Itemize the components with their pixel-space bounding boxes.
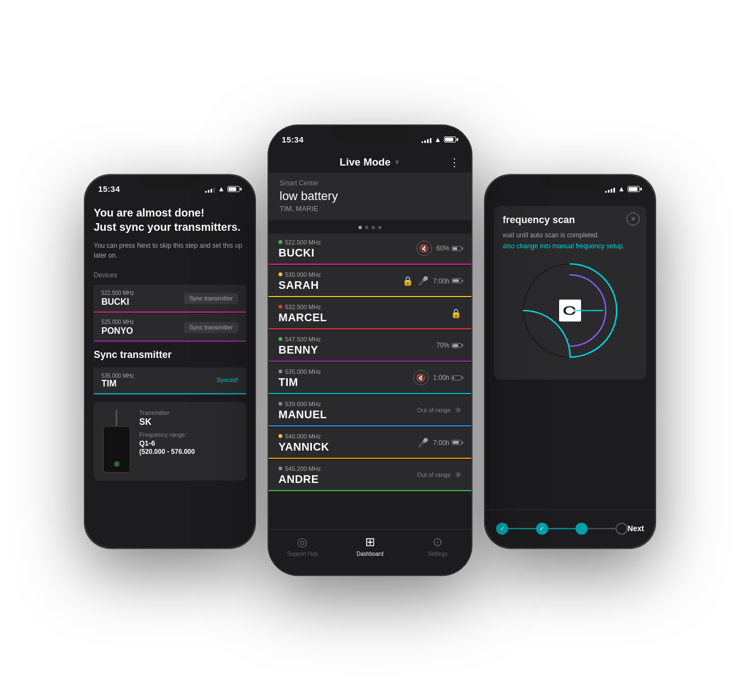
menu-icon[interactable]: ⋮: [449, 156, 460, 169]
status-marcel: 🔒: [451, 308, 462, 318]
channel-tim[interactable]: 535.000 MHz TIM 🔇 1:00h: [269, 363, 471, 394]
freq-manuel: 539.600 MHz: [285, 401, 321, 407]
signal-icon-center: [422, 136, 431, 143]
onboarding-screen: You are almost done!Just sync your trans…: [85, 197, 255, 548]
phone-left: 15:34 ▲: [85, 175, 255, 548]
step-3: [576, 522, 588, 534]
oor-label-manuel: Out of range: [417, 407, 451, 413]
bluetooth-icon-manuel: ✱: [455, 406, 462, 414]
live-mode-title: Live Mode: [340, 156, 391, 168]
onboarding-title: You are almost done!Just sync your trans…: [94, 206, 246, 234]
step-4: [616, 522, 628, 534]
time-center: 15:34: [282, 135, 304, 144]
frequency-scan-screen: × frequency scan wait until auto scan is…: [485, 197, 655, 548]
bluetooth-icon-andre: ✱: [455, 470, 462, 479]
support-hub-icon: ◎: [297, 535, 308, 549]
dropdown-icon[interactable]: ▼: [394, 158, 401, 166]
status-dot-andre: [278, 466, 282, 470]
freq-marcel: 532.500 MHz: [285, 304, 321, 310]
status-dot-yannick: [278, 434, 282, 438]
scan-description: wait until auto scan is completed.: [503, 230, 637, 240]
channel-list: 522.500 MHz BUCKI 🔇 60%: [269, 234, 471, 492]
status-dot-bucki: [278, 240, 282, 244]
status-dot-marcel: [278, 305, 282, 309]
mute-icon-yannick: 🎤: [418, 437, 429, 448]
tab-support-hub[interactable]: ◎ Support Hub: [269, 535, 336, 557]
status-andre: Out of range ✱: [417, 470, 462, 479]
notch-center: [332, 126, 408, 141]
transmitter-image: [101, 409, 132, 473]
support-hub-label: Support Hub: [287, 551, 318, 557]
channel-sarah[interactable]: 530.000 MHz SARAH 🔒 🎤 7:00h: [269, 266, 471, 297]
channel-bucki[interactable]: 522.500 MHz BUCKI 🔇 60%: [269, 234, 471, 265]
device-name-ponyo: PONYO: [101, 326, 134, 336]
freq-bucki: 522.500 MHz: [285, 239, 321, 246]
mute-icon-bucki: 🔇: [417, 241, 432, 256]
freq-yannick: 540.000 MHz: [285, 433, 321, 440]
wifi-icon-left: ▲: [218, 185, 225, 193]
scan-line: [515, 255, 625, 365]
scan-visual: [521, 261, 619, 360]
channel-manuel[interactable]: 539.600 MHz MANUEL Out of range ✱: [269, 395, 471, 426]
device-row-bucki: 522.500 MHz BUCKI Sync transmitter: [94, 284, 246, 312]
battery-icon-center: [444, 136, 458, 143]
lock-icon-marcel: 🔒: [451, 308, 462, 318]
wifi-icon-center: ▲: [434, 135, 441, 144]
live-mode-header: Live Mode ▼ ⋮: [269, 150, 471, 173]
devices-section-label: Devices: [94, 271, 246, 279]
tab-dashboard[interactable]: ⊞ Dashboard: [336, 535, 403, 557]
live-mode-screen: Live Mode ▼ ⋮ Smart Center low battery T…: [269, 150, 471, 575]
oor-label-andre: Out of range: [417, 471, 451, 478]
step-1: [496, 522, 508, 534]
lock-icon-sarah: 🔒: [402, 276, 413, 286]
channel-yannick[interactable]: 540.000 MHz YANNICK 🎤 7:00h: [269, 428, 471, 459]
manual-setup-link[interactable]: also change into manual frequency setup.: [503, 242, 637, 250]
status-dot-benny: [278, 337, 282, 341]
notch-left: [140, 175, 200, 188]
mute-icon-tim: 🔇: [413, 370, 429, 385]
sync-btn-bucki[interactable]: Sync transmitter: [184, 293, 238, 304]
sync-done-label: Synced!: [217, 377, 238, 383]
status-dot-sarah: [278, 272, 282, 276]
tx-model: SK: [139, 417, 195, 427]
settings-label: Settings: [428, 551, 447, 557]
device-freq-bucki: 522.500 MHz: [101, 290, 134, 296]
phone-center: 15:34 ▲: [269, 126, 471, 575]
next-button[interactable]: Next: [628, 524, 644, 533]
freq-benny: 547.500 MHz: [285, 336, 321, 343]
signal-icon-left: [205, 186, 215, 192]
sync-btn-ponyo[interactable]: Sync transmitter: [184, 322, 238, 333]
scan-title: frequency scan: [503, 214, 637, 226]
wifi-icon-right: ▲: [618, 185, 625, 193]
freq-andre: 545.200 MHz: [285, 465, 321, 472]
channel-marcel[interactable]: 532.500 MHz MARCEL 🔒: [269, 298, 471, 329]
device-row-ponyo: 525.000 MHz PONYO Sync transmitter: [94, 314, 246, 342]
tx-label: Transmitter: [139, 409, 195, 416]
channel-andre[interactable]: 545.200 MHz ANDRE Out of range ✱: [269, 460, 471, 491]
status-sarah: 🔒 🎤 7:00h: [402, 276, 462, 286]
name-marcel: MARCEL: [278, 311, 462, 324]
battery-bucki: 60%: [436, 244, 462, 252]
step-line-1: [508, 528, 536, 529]
device-freq-ponyo: 525.000 MHz: [101, 319, 134, 325]
smart-center-names: TIM, MARIE: [280, 204, 460, 213]
settings-icon: ⊙: [432, 535, 442, 549]
modal-close-button[interactable]: ×: [627, 212, 640, 225]
battery-icon-right: [628, 186, 642, 192]
dashboard-label: Dashboard: [357, 551, 384, 557]
frequency-scan-modal: × frequency scan wait until auto scan is…: [494, 206, 646, 379]
progress-stepper: Next: [485, 509, 655, 548]
name-benny: BENNY: [278, 344, 462, 356]
status-benny: 70%: [436, 342, 462, 349]
channel-benny[interactable]: 547.500 MHz BENNY 70%: [269, 331, 471, 362]
mute-icon-sarah: 🎤: [418, 276, 429, 286]
battery-tim: 1:00h: [433, 374, 462, 382]
tx-freq-label: Frequency range:: [139, 431, 195, 438]
freq-sarah: 530.000 MHz: [285, 271, 321, 278]
tab-settings[interactable]: ⊙ Settings: [404, 535, 471, 557]
smart-center-alert: low battery: [280, 189, 460, 203]
smart-center-banner: Smart Center low battery TIM, MARIE: [269, 173, 471, 220]
status-yannick: 🎤 7:00h: [418, 437, 462, 448]
status-bucki: 🔇 60%: [417, 241, 462, 256]
smart-center-label: Smart Center: [280, 179, 460, 187]
